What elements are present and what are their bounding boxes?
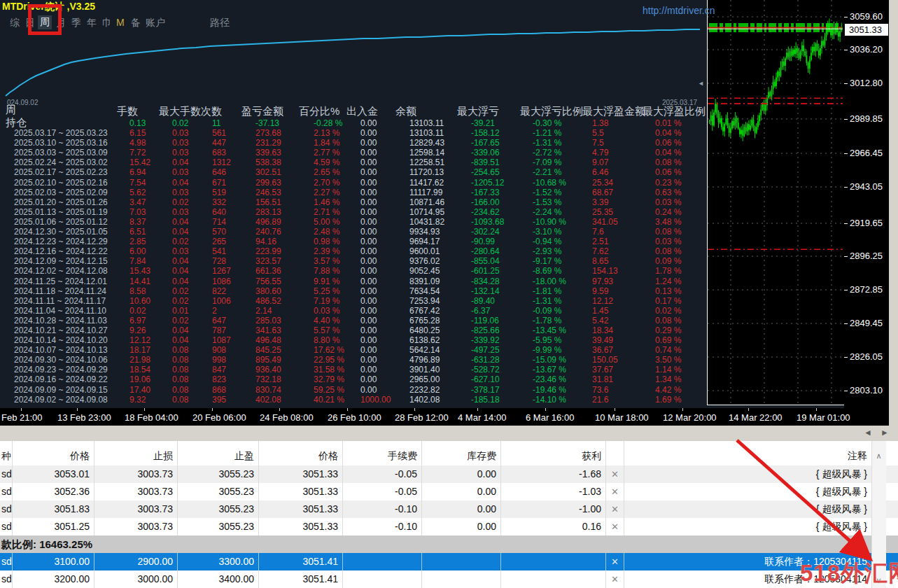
order-cell: 3052.36 [13,483,94,500]
stats-cell: -1.21 % [533,128,592,138]
stats-cell: -10.68 % [533,178,592,188]
stats-cell: 18.17 [129,345,172,355]
stats-cell: 7.62 [592,246,655,256]
stats-cell: 5642.14 [409,345,471,355]
stats-cell: 19.06 [129,374,172,384]
time-axis-tick [212,408,213,411]
price-tick-mark [844,323,848,324]
stats-cell: -166.00 [471,197,533,207]
pending-order-row[interactable]: sd3200.003000.003400.003051.41✕联系作者：1205… [0,570,898,588]
stats-row: 2024.10.07 ~ 2024.10.1318.170.08908845.2… [0,345,704,355]
orders-scroll-down-icon[interactable]: ∨ [874,575,884,586]
stats-cell: 1086 [212,276,255,286]
order-cell: 3053.01 [13,465,94,483]
stats-cell: 0.00 [360,256,409,266]
stats-cell: 2024.12.02 ~ 2024.12.08 [14,266,129,276]
chart-horizontal-scrollbar[interactable]: ◄ ► [0,426,898,441]
stats-cell: 0.00 [360,374,409,384]
order-cell: 0.16 [501,518,606,536]
close-order-icon[interactable]: ✕ [606,465,624,483]
stats-cell: 998 [212,355,255,365]
stats-cell: 11417.62 [409,178,471,188]
scroll-left-icon[interactable]: ◄ [864,428,872,438]
stats-cell: 0.00 [360,355,409,365]
stats-cell: 845.25 [255,345,314,355]
pending-order-row[interactable]: sd3100.002900.003300.003051.41✕联系作者：1205… [0,553,898,570]
stats-col-header: 余额 [395,105,416,118]
stats-cell: 0.04 [172,217,212,227]
order-cell: sd [0,570,13,588]
order-row[interactable]: sd3053.013003.733055.233051.33-0.050.00-… [0,465,898,483]
stats-cell: 0.00 [360,365,409,374]
close-order-icon[interactable]: ✕ [606,483,624,500]
order-cell: 3000.00 [94,570,178,588]
stats-cell: 8.58 [129,286,172,296]
stats-cell: 15.42 [129,158,172,167]
order-row[interactable]: sd3052.363003.733055.233051.33-0.050.00-… [0,483,898,500]
orders-vertical-scrollbar[interactable]: ∧ ∨ [871,441,886,588]
stats-cell: 14.41 [129,276,172,286]
stats-cell: 2 [212,306,255,316]
stats-cell: 0.04 [172,256,212,266]
stats-cell: 9.26 [129,326,172,335]
stats-cell: 36.67 [592,345,655,355]
stats-panel: MTDriver统计 ,V3.25 综日周月季年巾M备账户路径 024.09.0… [0,0,704,408]
stats-cell: 5.57 % [314,326,360,335]
stats-cell: -0.09 % [533,306,592,316]
stats-row: 2025.02.17 ~ 2025.02.236.940.03646302.51… [0,167,704,177]
stats-cell: 6.46 [592,167,655,177]
stats-cell: -9.17 % [533,256,592,266]
candlestick-chart[interactable] [707,0,844,405]
stats-cell: -13.45 % [533,326,592,335]
stats-cell: 395 [212,395,255,405]
close-order-icon[interactable]: ✕ [606,553,624,570]
stats-cell: 332 [212,197,255,207]
stats-cell: 0.00 [360,326,409,335]
stats-row: 2025.02.03 ~ 2025.02.095.620.03519246.53… [0,188,704,197]
stats-cell: -631.28 [471,355,533,365]
close-order-icon[interactable]: ✕ [606,570,624,588]
stats-cell: 9934.93 [409,227,471,237]
stats-cell: 7.5 [592,138,655,148]
stats-cell: -167.65 [471,138,533,148]
stats-row: 2024.11.25 ~ 2024.12.0114.410.041086756.… [0,276,704,286]
stats-col-header: 手数 [117,105,138,118]
order-cell: 止损 [94,441,178,465]
price-tick-mark [844,256,848,257]
stats-cell: 2965.00 [409,374,471,384]
stats-cell: 728 [212,256,255,266]
stats-cell: 661.36 [255,266,314,276]
stats-cell: 714 [212,217,255,227]
stats-cell: 11 [212,118,255,128]
stats-cell: -254.65 [471,167,533,177]
stats-cell: 519 [212,188,255,197]
stats-cell: 39.49 [592,335,655,345]
time-axis-tick [477,408,478,411]
stats-row: 2024.12.02 ~ 2024.12.0815.430.041267661.… [0,266,704,276]
stats-cell: 3.47 [129,197,172,207]
stats-cell: 12829.43 [409,138,471,148]
stats-cell: 4.59 % [314,158,360,167]
stats-cell: 21.98 [129,355,172,365]
time-axis-label: 19 Mar 01:00 [797,412,850,423]
stats-row: 2025.01.20 ~ 2025.01.263.470.02332156.51… [0,197,704,207]
orders-scroll-up-icon[interactable]: ∧ [874,451,884,461]
scroll-right-icon[interactable]: ► [881,428,889,438]
author-url-link[interactable]: http://mtdriver.cn [643,5,715,16]
stats-cell: 447 [212,138,255,148]
price-scale: 3059.603036.203012.802989.852966.452943.… [844,0,889,408]
stats-cell: 822 [212,286,255,296]
close-order-icon[interactable]: ✕ [606,518,624,536]
chart-vertical-scrollbar[interactable] [889,0,898,426]
stats-cell: 2232.82 [409,385,471,395]
stats-cell: 97.93 [592,276,655,286]
order-row[interactable]: sd3051.833003.733055.233051.33-0.100.00-… [0,500,898,518]
stats-cell: 73.6 [592,385,655,395]
stats-row: 2024.09.30 ~ 2024.10.0621.980.08998895.4… [0,355,704,365]
time-axis-label: 18 Feb 04:00 [125,412,178,423]
close-order-icon[interactable]: ✕ [606,500,624,518]
stats-cell: 1402.08 [409,395,471,405]
stats-cell: 7.72 [129,148,172,158]
time-axis-tick [77,408,78,411]
order-row[interactable]: sd3051.253003.733055.233051.33-0.100.000… [0,518,898,536]
